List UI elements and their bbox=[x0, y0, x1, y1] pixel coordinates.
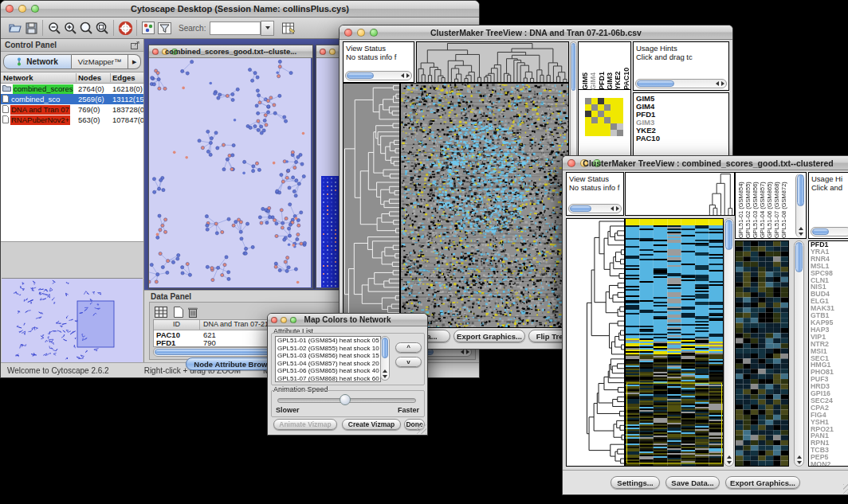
scrollbar-thumb[interactable] bbox=[637, 80, 674, 87]
matrix-cell[interactable] bbox=[617, 130, 623, 136]
scrollbar-thumb[interactable] bbox=[797, 174, 804, 206]
network-row[interactable]: RNAPuberNov2+ 563(0) 107847(0) bbox=[1, 115, 143, 125]
matrix-cell[interactable] bbox=[585, 98, 591, 104]
column-dendrogram[interactable] bbox=[626, 173, 734, 215]
scroll-down-icon[interactable] bbox=[799, 232, 803, 236]
matrix-cell[interactable] bbox=[610, 111, 617, 117]
network-view-canvas[interactable] bbox=[149, 58, 311, 287]
network-row[interactable]: combined_scores 2764(0) 16218(0) bbox=[1, 84, 143, 94]
matrix-cell[interactable] bbox=[617, 117, 623, 123]
scroll-up-icon[interactable] bbox=[799, 227, 803, 230]
matrix-cell[interactable] bbox=[610, 123, 617, 130]
table-mode-icon[interactable] bbox=[153, 304, 169, 320]
matrix-cell[interactable] bbox=[598, 98, 604, 104]
view-status-hscrollbar[interactable] bbox=[345, 71, 412, 80]
save-data-button[interactable]: Save Data... bbox=[665, 476, 720, 489]
tab-overflow[interactable]: ▶ bbox=[128, 54, 141, 69]
resize-grip[interactable] bbox=[417, 424, 426, 434]
save-session-icon[interactable] bbox=[23, 20, 39, 36]
matrix-cell[interactable] bbox=[591, 111, 598, 117]
column-label[interactable]: PFD1 bbox=[598, 44, 606, 90]
zoom-out-icon[interactable] bbox=[46, 20, 62, 36]
scroll-left-icon[interactable] bbox=[610, 206, 614, 211]
row-label[interactable]: PAC10 bbox=[636, 135, 728, 143]
scroll-left-icon[interactable] bbox=[716, 81, 719, 86]
column-dendrogram[interactable] bbox=[417, 42, 568, 82]
detail-heatmap-canvas[interactable] bbox=[736, 241, 788, 466]
matrix-cell[interactable] bbox=[617, 98, 623, 104]
matrix-cell[interactable] bbox=[610, 130, 617, 136]
heatmap-canvas[interactable] bbox=[401, 84, 568, 327]
matrix-cell[interactable] bbox=[617, 104, 623, 111]
col-nodes[interactable]: Nodes bbox=[77, 73, 111, 82]
col-edges[interactable]: Edges bbox=[111, 73, 143, 82]
scroll-up-icon[interactable] bbox=[383, 369, 387, 373]
network-row[interactable]: combined_sco 2569(6) 13112(15) bbox=[1, 94, 143, 104]
scroll-right-icon[interactable] bbox=[721, 81, 724, 86]
attribute-list-item[interactable]: GPL51-04 (GSM857) heat shock 20 min bbox=[276, 360, 380, 368]
attribute-table-icon[interactable] bbox=[281, 20, 296, 36]
move-up-button[interactable]: ^ bbox=[395, 342, 422, 353]
column-label[interactable]: GPL51-08 (GSM872) bbox=[780, 174, 787, 238]
column-label[interactable]: GPL51-01 (GSM854) bbox=[737, 174, 744, 238]
usage-hints-hscrollbar[interactable] bbox=[635, 79, 727, 88]
view-status-hscrollbar[interactable] bbox=[568, 204, 622, 213]
attribute-list-vscrollbar[interactable] bbox=[380, 336, 390, 381]
gene-label[interactable]: MON2 bbox=[811, 461, 848, 467]
resize-grip[interactable] bbox=[843, 484, 848, 494]
matrix-cell[interactable] bbox=[604, 123, 610, 130]
zoom-in-icon[interactable] bbox=[62, 20, 78, 36]
attribute-list-item[interactable]: GPL51-03 (GSM856) heat shock 15 min bbox=[276, 352, 380, 360]
matrix-cell[interactable] bbox=[585, 130, 591, 136]
matrix-cell[interactable] bbox=[591, 123, 598, 130]
scroll-right-icon[interactable] bbox=[616, 206, 619, 211]
attribute-list-item[interactable]: GPL51-06 (GSM865) heat shock 40 min bbox=[276, 367, 380, 375]
tv1-export-graphics-button[interactable]: Export Graphics... bbox=[453, 330, 525, 342]
scroll-down-icon[interactable] bbox=[797, 461, 802, 464]
network-window-1-titlebar[interactable]: combined_scores_good.txt--cluste... bbox=[149, 45, 312, 58]
matrix-cell[interactable] bbox=[610, 104, 617, 111]
tv1-similarity-matrix[interactable] bbox=[585, 98, 623, 136]
treeview1-titlebar[interactable]: ClusterMaker TreeView : DNA and Tran 07-… bbox=[340, 25, 732, 40]
column-labels-vscrollbar[interactable] bbox=[795, 174, 805, 237]
matrix-cell[interactable] bbox=[617, 123, 623, 130]
scroll-up-icon[interactable] bbox=[797, 455, 802, 459]
settings-button[interactable]: Settings... bbox=[610, 476, 660, 489]
usage-hints-hscrollbar[interactable] bbox=[811, 227, 848, 236]
matrix-cell[interactable] bbox=[604, 111, 610, 117]
birdseye-view[interactable] bbox=[2, 279, 143, 363]
network-row[interactable]: DNA and Tran 07 769(0) 183728(0) bbox=[1, 104, 143, 115]
move-down-button[interactable]: v bbox=[395, 357, 422, 367]
delete-attribute-icon[interactable] bbox=[185, 304, 201, 320]
scrollbar-thumb[interactable] bbox=[382, 338, 388, 358]
matrix-cell[interactable] bbox=[591, 117, 598, 123]
matrix-cell[interactable] bbox=[591, 104, 598, 111]
zoom-fit-icon[interactable] bbox=[94, 20, 110, 36]
matrix-cell[interactable] bbox=[610, 98, 617, 104]
attribute-list-item[interactable]: GPL51-02 (GSM855) heat shock 10 min bbox=[276, 345, 380, 353]
matrix-cell[interactable] bbox=[591, 130, 598, 136]
scrollbar-thumb[interactable] bbox=[795, 242, 803, 272]
scroll-up-icon[interactable] bbox=[727, 455, 732, 459]
scrollbar-thumb[interactable] bbox=[571, 43, 575, 91]
row-dendrogram[interactable] bbox=[567, 219, 624, 466]
matrix-cell[interactable] bbox=[604, 104, 610, 111]
animate-vizmap-button[interactable]: Animate Vizmap bbox=[273, 419, 337, 430]
column-label[interactable]: YKE2 bbox=[614, 44, 622, 90]
scroll-down-icon[interactable] bbox=[383, 375, 387, 378]
create-vizmap-button[interactable]: Create Vizmap bbox=[342, 419, 401, 430]
column-label[interactable]: GPL51-04 (GSM857) bbox=[759, 174, 766, 238]
scrollbar-thumb[interactable] bbox=[725, 220, 732, 250]
attribute-list-item[interactable]: GPL51-07 (GSM868) heat shock 60 min bbox=[276, 375, 380, 382]
matrix-cell[interactable] bbox=[617, 111, 623, 117]
scroll-right-icon[interactable] bbox=[466, 350, 469, 354]
close-button[interactable] bbox=[320, 49, 326, 55]
minimize-button[interactable] bbox=[329, 49, 336, 55]
column-label[interactable]: GPL51-03 (GSM856) bbox=[752, 174, 759, 238]
column-label[interactable]: GIM4 bbox=[589, 44, 597, 90]
zoom-selected-icon[interactable] bbox=[78, 20, 94, 36]
row-dendrogram[interactable] bbox=[344, 84, 399, 327]
scroll-left-icon[interactable] bbox=[461, 350, 464, 354]
export-graphics-button[interactable]: Export Graphics... bbox=[725, 476, 800, 489]
treeview2-titlebar[interactable]: ClusterMaker TreeView : combined_scores_… bbox=[563, 156, 848, 170]
